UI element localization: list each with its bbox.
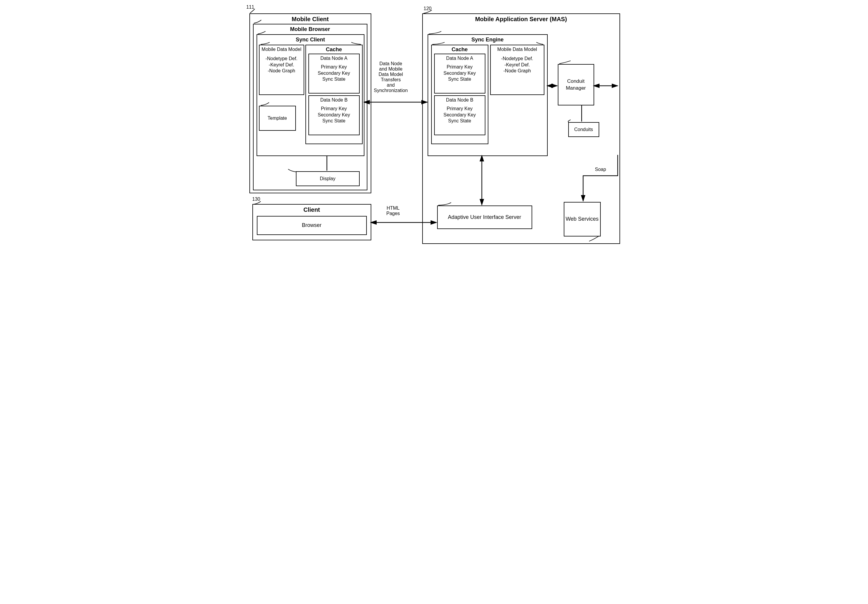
dnb-server-l1: Primary Key (435, 106, 485, 112)
cache-server-title: Cache (432, 46, 488, 53)
mdm-client-l2: -Keyref Def. (260, 62, 304, 68)
ref-120: 120 (424, 6, 432, 11)
dnb-server-l2: Secondary Key (435, 112, 485, 118)
mobile-data-model-client-box: Mobile Data Model -Nodetype Def. -Keyref… (259, 45, 304, 95)
web-services-box: Web Services (564, 202, 601, 237)
mdm-client-l3: -Node Graph (260, 68, 304, 74)
data-node-a-client: Data Node A Primary Key Secondary Key Sy… (308, 54, 360, 93)
sync-engine-title: Sync Engine (428, 37, 547, 43)
mdm-server-l2: -Keyref Def. (491, 62, 544, 68)
sync-client-title: Sync Client (257, 37, 364, 43)
data-node-b-client: Data Node B Primary Key Secondary Key Sy… (308, 95, 360, 135)
html-pages-label: HTML Pages (386, 206, 400, 216)
mobile-client-title: Mobile Client (250, 16, 371, 23)
aui-server-title: Adaptive User Interface Server (448, 214, 521, 221)
display-title: Display (320, 176, 335, 182)
template-title: Template (268, 115, 287, 121)
client-title: Client (253, 206, 371, 213)
cache-client-title: Cache (306, 46, 362, 53)
mdm-server-l1: -Nodetype Def. (491, 56, 544, 62)
dnb-client-title: Data Node B (309, 97, 359, 103)
dna-client-title: Data Node A (309, 56, 359, 62)
dna-server-l3: Sync State (435, 76, 485, 82)
dnb-client-l3: Sync State (309, 118, 359, 124)
conduits-box: Conduits (568, 122, 599, 137)
conduit-manager-title: Conduit Manager (558, 78, 594, 91)
ref-130: 130 (253, 197, 260, 202)
browser-title: Browser (302, 222, 321, 229)
ref-111: 111 (246, 5, 254, 10)
dnb-server-title: Data Node B (435, 97, 485, 103)
soap-label: Soap (595, 167, 606, 172)
display-box: Display (296, 171, 360, 186)
transfers-label: Data Node and Mobile Data Model Transfer… (374, 61, 408, 93)
mdm-client-title: Mobile Data Model (260, 46, 304, 53)
data-node-a-server: Data Node A Primary Key Secondary Key Sy… (434, 54, 485, 93)
conduits-title: Conduits (574, 127, 593, 133)
aui-server-box: Adaptive User Interface Server (437, 206, 532, 229)
dna-server-l2: Secondary Key (435, 70, 485, 77)
conduit-manager-box: Conduit Manager (558, 64, 594, 105)
diagram-canvas: 111 110 112 115 113 135 119 130 120 131 … (243, 6, 625, 274)
dna-client-l3: Sync State (309, 76, 359, 82)
data-node-b-server: Data Node B Primary Key Secondary Key Sy… (434, 95, 485, 135)
dna-server-title: Data Node A (435, 56, 485, 62)
dna-client-l1: Primary Key (309, 64, 359, 70)
mobile-browser-title: Mobile Browser (254, 26, 367, 33)
dna-server-l1: Primary Key (435, 64, 485, 70)
mobile-data-model-server-box: Mobile Data Model -Nodetype Def. -Keyref… (490, 45, 544, 95)
mdm-server-l3: -Node Graph (491, 68, 544, 74)
dnb-client-l2: Secondary Key (309, 112, 359, 118)
dna-client-l2: Secondary Key (309, 70, 359, 77)
browser-box: Browser (257, 216, 367, 235)
mdm-client-l1: -Nodetype Def. (260, 56, 304, 62)
template-box: Template (259, 106, 296, 131)
web-services-title: Web Services (566, 215, 598, 223)
dnb-server-l3: Sync State (435, 118, 485, 124)
mdm-server-title: Mobile Data Model (491, 46, 544, 53)
mas-title: Mobile Application Server (MAS) (423, 16, 620, 23)
dnb-client-l1: Primary Key (309, 106, 359, 112)
